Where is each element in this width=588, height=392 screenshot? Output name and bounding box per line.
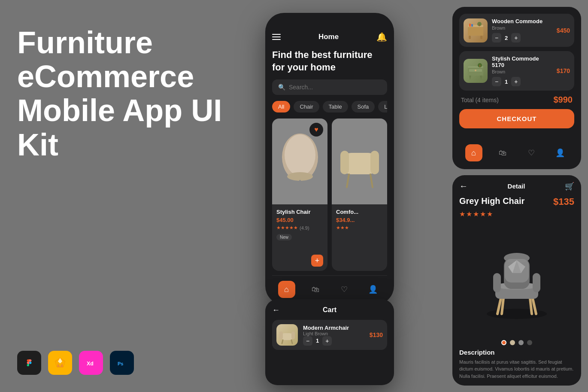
wooden-commode-image <box>464 18 488 43</box>
cart-item-stylish: Stylish Commode 5170 Brown − 1 + $170 <box>459 51 574 91</box>
svg-line-18 <box>347 174 349 187</box>
detail-topbar: ← Detail 🛒 <box>459 181 574 191</box>
color-dot-beige[interactable] <box>510 340 515 345</box>
qty-plus-wooden[interactable]: + <box>511 33 521 43</box>
svg-rect-52 <box>279 331 283 339</box>
search-input[interactable] <box>289 84 381 91</box>
svg-rect-49 <box>493 273 501 292</box>
heart-btn[interactable]: ♥ <box>309 123 323 137</box>
cart-topbar: ← Cart <box>272 306 387 314</box>
svg-rect-27 <box>471 24 473 27</box>
cat-tab-all[interactable]: All <box>272 101 290 112</box>
sketch-icon <box>48 351 72 375</box>
svg-rect-22 <box>469 36 471 39</box>
checkout-nav-heart[interactable]: ♡ <box>523 144 540 161</box>
product-image-chair: ♥ <box>272 119 327 204</box>
products-grid: ♥ Stylish Chair $45.00 ★★★★★ (4.9) New + <box>272 119 387 271</box>
cat-tab-sofa[interactable]: Sofa <box>352 101 375 112</box>
cart-mini-minus[interactable]: − <box>303 336 312 346</box>
color-dot-dark[interactable] <box>527 340 532 345</box>
cart-mini-qty: − 1 + <box>303 336 364 346</box>
detail-cart-icon[interactable]: 🛒 <box>565 182 574 191</box>
total-row: Total (4 items) $990 <box>459 95 574 105</box>
cart-item-name-stylish: Stylish Commode 5170 <box>492 55 552 68</box>
svg-text:Ps: Ps <box>118 361 123 366</box>
card-name-comfort: Comfo... <box>336 209 383 215</box>
detail-product-price: $135 <box>553 196 574 207</box>
svg-rect-26 <box>469 24 471 27</box>
card-rating-chair: ★★★★★ (4.9) <box>276 225 323 231</box>
stars-comfort: ★★★ <box>336 225 349 231</box>
checkout-bottom-nav: ⌂ 🛍 ♡ 👤 <box>459 142 574 162</box>
svg-rect-17 <box>370 151 379 174</box>
card-price-comfort: $34.9... <box>336 217 383 223</box>
stars-chair: ★★★★★ <box>276 225 298 231</box>
nav-heart[interactable]: ♡ <box>336 281 353 298</box>
cart-item-info-wooden: Wooden Commode Brown − 2 + <box>492 18 552 43</box>
cat-tab-chair[interactable]: Chair <box>294 101 319 112</box>
home-title: Home <box>318 33 339 41</box>
xd-icon: Xd <box>79 351 103 375</box>
product-card-comfort[interactable]: Comfo... $34.9... ★★★ <box>332 119 387 271</box>
hamburger-icon[interactable] <box>272 34 281 40</box>
product-image-comfort <box>332 119 387 204</box>
home-phone: Home 🔔 Find the best furniturefor your h… <box>265 13 394 305</box>
svg-rect-21 <box>468 27 483 36</box>
detail-img-area <box>459 222 574 333</box>
qty-control-stylish: − 1 + <box>492 77 552 86</box>
checkout-nav-person[interactable]: 👤 <box>552 144 569 161</box>
card-price-chair: $45.00 <box>276 217 323 223</box>
hero-title: Furniture eCommerce Mobile App UI Kit <box>17 26 266 162</box>
armchair-mini-image <box>276 324 298 346</box>
nav-person[interactable]: 👤 <box>364 281 382 298</box>
checkout-nav-home[interactable]: ⌂ <box>465 144 482 161</box>
cart-mini-price: $130 <box>370 331 383 338</box>
detail-panel: ← Detail 🛒 Grey High Chair $135 ★★★★★ <box>452 175 581 386</box>
qty-val-wooden: 2 <box>505 35 508 41</box>
svg-point-36 <box>487 309 547 319</box>
color-dot-orange[interactable] <box>501 340 506 345</box>
checkout-panel: Wooden Commode Brown − 2 + $450 <box>452 7 581 169</box>
checkout-button[interactable]: CHECKOUT <box>459 109 574 128</box>
cart-title: Cart <box>323 306 336 314</box>
title-line2: Mobile App UI Kit <box>17 94 266 161</box>
cart-mini-info: Modern Armchair Light Brown − 1 + <box>303 325 364 346</box>
svg-rect-33 <box>479 65 480 67</box>
detail-description-text: Mauris facilisis at purus vitae sagittis… <box>459 359 574 380</box>
category-tabs: All Chair Table Sofa Lo... <box>272 101 387 112</box>
cat-tab-table[interactable]: Table <box>323 101 348 112</box>
qty-minus-stylish[interactable]: − <box>492 77 501 86</box>
detail-stars: ★★★★★ <box>459 210 574 218</box>
nav-bag[interactable]: 🛍 <box>307 281 324 298</box>
ps-icon: Ps <box>110 351 134 375</box>
cart-item-price-wooden: $450 <box>557 27 570 34</box>
search-bar[interactable]: 🔍 <box>272 79 387 95</box>
cat-tab-more[interactable]: Lo... <box>378 101 387 112</box>
tool-icons-row: Xd Ps <box>17 351 134 375</box>
svg-rect-16 <box>340 151 349 174</box>
qty-plus-stylish[interactable]: + <box>511 77 521 86</box>
bell-icon[interactable]: 🔔 <box>376 32 387 42</box>
qty-minus-wooden[interactable]: − <box>492 33 501 43</box>
total-label: Total (4 items) <box>461 97 499 103</box>
svg-point-13 <box>287 172 313 181</box>
cart-mini-plus[interactable]: + <box>322 336 332 346</box>
nav-home[interactable]: ⌂ <box>278 281 295 298</box>
detail-product-row: Grey High Chair $135 <box>459 196 574 207</box>
cart-item-info-stylish: Stylish Commode 5170 Brown − 1 + <box>492 55 552 86</box>
detail-description-title: Description <box>459 349 574 356</box>
add-to-cart-btn[interactable]: + <box>311 255 323 267</box>
cart-item-sub-wooden: Brown <box>492 25 552 30</box>
phone-headline: Find the best furniturefor your home <box>272 49 387 73</box>
new-badge: New <box>276 234 292 240</box>
total-price: $990 <box>554 95 573 105</box>
cart-back-btn[interactable]: ← <box>272 306 280 315</box>
product-card-stylish-chair[interactable]: ♥ Stylish Chair $45.00 ★★★★★ (4.9) New + <box>272 119 327 271</box>
cart-item-mini-armchair: Modern Armchair Light Brown − 1 + $130 <box>272 320 387 350</box>
color-dot-grey[interactable] <box>518 340 524 345</box>
svg-marker-31 <box>480 76 482 80</box>
detail-product-name: Grey High Chair <box>459 196 524 206</box>
back-button[interactable]: ← <box>459 181 468 191</box>
svg-rect-53 <box>291 331 295 339</box>
checkout-nav-bag[interactable]: 🛍 <box>494 144 511 161</box>
